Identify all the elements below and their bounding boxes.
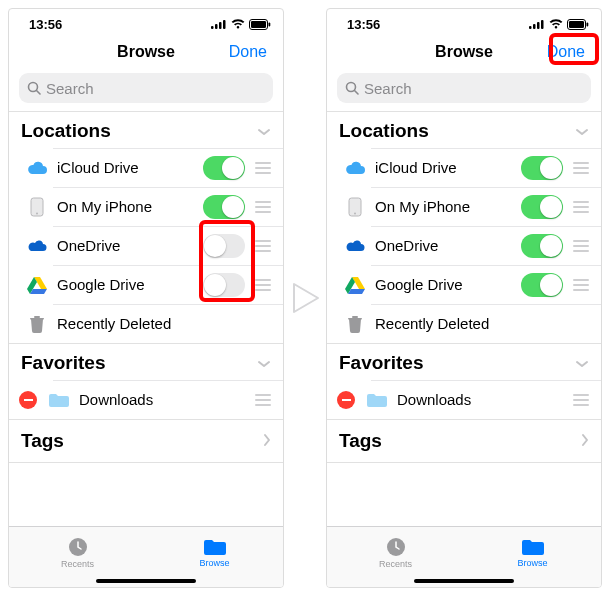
locations-title: Locations — [21, 120, 111, 142]
tags-row[interactable]: Tags — [327, 420, 601, 463]
row-label: OneDrive — [51, 237, 203, 254]
reorder-handle[interactable] — [571, 162, 591, 174]
nav-bar: Browse Done — [327, 35, 601, 69]
done-button[interactable]: Done — [543, 41, 589, 63]
favorite-row-downloads[interactable]: Downloads — [9, 380, 283, 419]
search-icon — [345, 81, 359, 95]
tags-row[interactable]: Tags — [9, 420, 283, 463]
tab-browse[interactable]: Browse — [146, 527, 283, 587]
onedrive-icon — [23, 239, 51, 253]
locations-header[interactable]: Locations — [327, 112, 601, 148]
tags-title: Tags — [21, 430, 64, 452]
tags-title: Tags — [339, 430, 382, 452]
location-row-recently-deleted[interactable]: Recently Deleted — [327, 304, 601, 343]
toggle-icloud[interactable] — [203, 156, 245, 180]
trash-icon — [23, 315, 51, 333]
row-label: iCloud Drive — [51, 159, 203, 176]
svg-line-25 — [355, 91, 359, 95]
search-input[interactable]: Search — [337, 73, 591, 103]
favorites-header[interactable]: Favorites — [327, 344, 601, 380]
tab-label: Recents — [61, 559, 94, 569]
location-row-onedrive[interactable]: OneDrive — [9, 226, 283, 265]
search-wrap: Search — [327, 69, 601, 112]
chevron-down-icon — [575, 120, 589, 142]
reorder-handle[interactable] — [253, 394, 273, 406]
favorite-row-downloads[interactable]: Downloads — [327, 380, 601, 419]
clock-icon — [385, 536, 407, 558]
location-row-on-my-iphone[interactable]: On My iPhone — [327, 187, 601, 226]
svg-rect-31 — [352, 316, 358, 318]
reorder-handle[interactable] — [253, 279, 273, 291]
chevron-down-icon — [257, 352, 271, 374]
toggle-onedrive[interactable] — [203, 234, 245, 258]
reorder-handle[interactable] — [253, 201, 273, 213]
location-row-icloud[interactable]: iCloud Drive — [9, 148, 283, 187]
svg-rect-2 — [219, 22, 222, 29]
location-row-recently-deleted[interactable]: Recently Deleted — [9, 304, 283, 343]
toggle-google-drive[interactable] — [203, 273, 245, 297]
tab-browse[interactable]: Browse — [464, 527, 601, 587]
phone-right: 13:56 Browse Done Search Locations iClou… — [326, 8, 602, 588]
search-wrap: Search — [9, 69, 283, 112]
svg-rect-6 — [269, 22, 271, 26]
iphone-icon — [23, 197, 51, 217]
folder-icon — [203, 537, 227, 557]
status-bar: 13:56 — [9, 9, 283, 35]
status-time: 13:56 — [29, 17, 62, 32]
status-icons — [211, 19, 271, 30]
locations-title: Locations — [339, 120, 429, 142]
home-indicator — [96, 579, 196, 583]
toggle-onedrive[interactable] — [521, 234, 563, 258]
done-button[interactable]: Done — [225, 41, 271, 63]
remove-button[interactable] — [19, 391, 37, 409]
svg-rect-20 — [541, 20, 544, 29]
reorder-handle[interactable] — [571, 240, 591, 252]
favorites-list: Downloads — [9, 380, 283, 420]
locations-list: iCloud Drive On My iPhone OneDrive Googl… — [9, 148, 283, 344]
favorites-header[interactable]: Favorites — [9, 344, 283, 380]
trash-icon — [341, 315, 369, 333]
home-indicator — [414, 579, 514, 583]
location-row-onedrive[interactable]: OneDrive — [327, 226, 601, 265]
wifi-icon — [231, 19, 245, 29]
reorder-handle[interactable] — [253, 240, 273, 252]
location-row-icloud[interactable]: iCloud Drive — [327, 148, 601, 187]
battery-icon — [249, 19, 271, 30]
chevron-right-icon — [263, 430, 271, 452]
reorder-handle[interactable] — [571, 201, 591, 213]
reorder-handle[interactable] — [571, 279, 591, 291]
remove-button[interactable] — [337, 391, 355, 409]
svg-rect-0 — [211, 26, 214, 29]
google-drive-icon — [341, 276, 369, 294]
search-input[interactable]: Search — [19, 73, 273, 103]
nav-bar: Browse Done — [9, 35, 283, 69]
location-row-on-my-iphone[interactable]: On My iPhone — [9, 187, 283, 226]
toggle-google-drive[interactable] — [521, 273, 563, 297]
svg-rect-18 — [533, 24, 536, 29]
svg-rect-23 — [587, 22, 589, 26]
reorder-handle[interactable] — [253, 162, 273, 174]
row-label: Recently Deleted — [51, 315, 273, 332]
chevron-down-icon — [257, 120, 271, 142]
tab-recents[interactable]: Recents — [327, 527, 464, 587]
reorder-handle[interactable] — [571, 394, 591, 406]
locations-list: iCloud Drive On My iPhone OneDrive Googl… — [327, 148, 601, 344]
transition-arrow-icon — [290, 280, 322, 316]
favorites-title: Favorites — [339, 352, 423, 374]
toggle-icloud[interactable] — [521, 156, 563, 180]
folder-icon — [521, 537, 545, 557]
toggle-on-my-iphone[interactable] — [521, 195, 563, 219]
row-label: OneDrive — [369, 237, 521, 254]
signal-icon — [211, 19, 227, 29]
location-row-google-drive[interactable]: Google Drive — [9, 265, 283, 304]
row-label: Downloads — [391, 391, 563, 408]
svg-line-8 — [37, 91, 41, 95]
svg-rect-1 — [215, 24, 218, 29]
locations-header[interactable]: Locations — [9, 112, 283, 148]
status-time: 13:56 — [347, 17, 380, 32]
toggle-on-my-iphone[interactable] — [203, 195, 245, 219]
location-row-google-drive[interactable]: Google Drive — [327, 265, 601, 304]
wifi-icon — [549, 19, 563, 29]
svg-rect-5 — [251, 21, 266, 28]
tab-recents[interactable]: Recents — [9, 527, 146, 587]
